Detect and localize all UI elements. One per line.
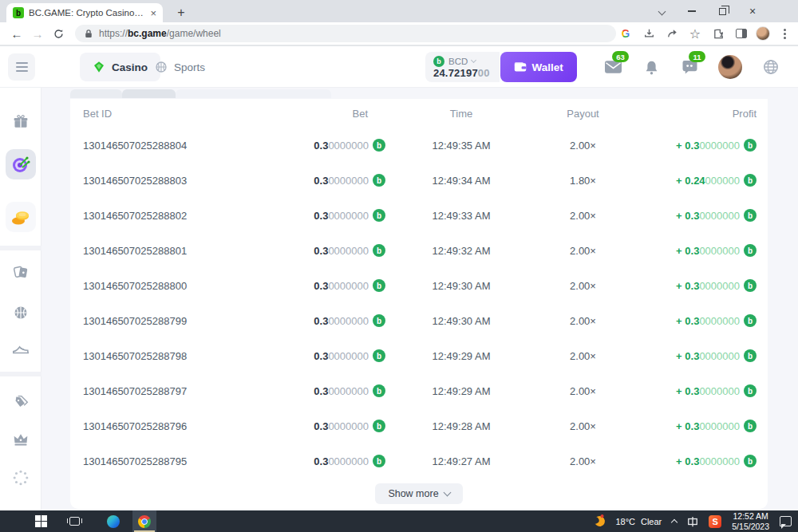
tray-expand-icon[interactable] — [671, 519, 678, 526]
sneaker-icon — [12, 341, 30, 356]
history-tab[interactable] — [122, 89, 176, 98]
site-header: Casino Sports b BCD 24.7219700 Wallet — [0, 46, 798, 88]
browser-tabstrip: b BC.GAME: Crypto Casino Games × + × — [0, 0, 798, 22]
bet-payout-cell: 2.00× — [537, 350, 629, 362]
wallet-button[interactable]: Wallet — [500, 52, 577, 82]
weather-condition[interactable]: Clear — [641, 517, 662, 526]
bcd-coin-icon: b — [373, 209, 385, 222]
balance-selector[interactable]: b BCD 24.7219700 — [425, 52, 500, 82]
browser-tab[interactable]: b BC.GAME: Crypto Casino Games × — [6, 3, 163, 22]
bcd-coin-icon: b — [744, 174, 757, 187]
wallet-label: Wallet — [532, 61, 563, 73]
table-row: 1301465070252887970.30000000b12:49:29 AM… — [70, 373, 768, 408]
sidebar-item-rewards[interactable] — [6, 202, 36, 232]
show-more-button[interactable]: Show more — [375, 483, 463, 504]
user-avatar[interactable] — [718, 55, 742, 79]
minimize-icon — [688, 10, 696, 12]
url-text: https://bc.game/game/wheel — [99, 28, 221, 39]
bet-id-cell[interactable]: 130146507025288799 — [70, 315, 310, 327]
browser-toolbar: ← → https://bc.game/game/wheel G ☆ — [0, 22, 798, 45]
back-button[interactable]: ← — [6, 23, 27, 44]
chat-button[interactable]: 11 — [680, 57, 699, 77]
address-bar[interactable]: https://bc.game/game/wheel — [75, 25, 616, 42]
history-tab[interactable] — [70, 89, 122, 98]
sidebar-divider — [0, 372, 41, 376]
sogou-input-icon[interactable]: S — [709, 515, 721, 528]
sidebar-item-vip[interactable] — [6, 424, 36, 455]
forward-button[interactable]: → — [27, 23, 48, 44]
bet-id-cell[interactable]: 130146507025288795 — [70, 455, 310, 467]
bet-id-cell[interactable]: 130146507025288801 — [70, 245, 310, 257]
bet-id-cell[interactable]: 130146507025288803 — [70, 175, 310, 187]
notifications-button[interactable] — [642, 57, 661, 77]
bet-id-cell[interactable]: 130146507025288802 — [70, 210, 310, 222]
reload-button[interactable] — [48, 23, 69, 44]
bet-amount-cell: 0.30000000b — [310, 209, 385, 222]
language-button[interactable] — [761, 57, 780, 77]
menu-hamburger-button[interactable] — [8, 53, 35, 81]
messages-button[interactable]: 63 — [603, 57, 622, 77]
bet-payout-cell: 2.00× — [537, 385, 629, 397]
edge-taskbar-button[interactable] — [102, 510, 124, 532]
bet-amount-cell: 0.30000000b — [310, 244, 385, 257]
share-icon[interactable] — [663, 25, 681, 42]
ime-indicator-icon[interactable] — [687, 516, 698, 527]
sidebar-item-bonus[interactable] — [6, 107, 36, 137]
window-minimize-button[interactable] — [677, 0, 707, 22]
browser-menu-icon[interactable] — [776, 25, 793, 42]
chat-badge: 11 — [689, 51, 705, 62]
bcd-coin-icon: b — [433, 56, 444, 67]
bet-profit-cell: + 0.30000000b — [629, 209, 768, 222]
window-close-button[interactable]: × — [737, 0, 768, 22]
bet-id-cell[interactable]: 130146507025288804 — [70, 140, 310, 152]
tab-search-icon[interactable] — [646, 0, 677, 22]
bet-id-cell[interactable]: 130146507025288797 — [70, 385, 310, 397]
table-header: Bet ID Bet Time Payout Profit — [70, 99, 768, 128]
bcd-coin-icon: b — [373, 455, 385, 467]
bet-profit-cell: + 0.30000000b — [629, 349, 768, 362]
sidebar-item-casino-games[interactable] — [6, 257, 36, 287]
bcd-coin-icon: b — [373, 174, 385, 187]
bet-amount-cell: 0.30000000b — [310, 314, 385, 327]
nav-casino-button[interactable]: Casino — [80, 53, 160, 81]
sidebar-item-sports[interactable] — [6, 298, 36, 328]
dotted-circle-icon — [12, 469, 30, 487]
bet-payout-cell: 2.00× — [537, 455, 629, 467]
bcd-coin-icon: b — [744, 384, 757, 397]
weather-temp[interactable]: 18°C — [615, 517, 635, 526]
bet-time-cell: 12:49:34 AM — [385, 175, 537, 187]
history-tab[interactable] — [176, 89, 331, 98]
bet-id-cell[interactable]: 130146507025288796 — [70, 420, 310, 432]
sidebar-item-racing[interactable] — [6, 333, 36, 364]
bet-id-cell[interactable]: 130146507025288798 — [70, 350, 310, 362]
sidebar-item-more[interactable] — [6, 463, 36, 493]
bet-amount-cell: 0.30000000b — [310, 349, 385, 362]
extensions-icon[interactable] — [709, 25, 727, 42]
new-tab-button[interactable]: + — [172, 4, 190, 22]
google-icon[interactable]: G — [617, 25, 634, 42]
currency-label: BCD — [448, 57, 468, 66]
sidebar-item-promotions[interactable] — [6, 388, 36, 418]
bell-icon — [645, 60, 658, 75]
nav-sports-button[interactable]: Sports — [155, 53, 205, 81]
start-button[interactable] — [30, 510, 51, 532]
chrome-taskbar-button[interactable] — [132, 510, 156, 532]
taskbar-clock[interactable]: 12:52 AM5/15/2023 — [732, 511, 769, 530]
bets-table-body: 1301465070252888040.30000000b12:49:35 AM… — [70, 128, 768, 479]
sidebar-item-wheel-active[interactable] — [6, 149, 36, 179]
tab-close-icon[interactable]: × — [150, 8, 156, 18]
install-icon[interactable] — [640, 25, 658, 42]
bookmark-star-icon[interactable]: ☆ — [686, 25, 704, 42]
window-restore-button[interactable] — [707, 0, 737, 22]
bcd-coin-icon: b — [744, 314, 757, 327]
table-row: 1301465070252888020.30000000b12:49:33 AM… — [70, 198, 768, 233]
bet-id-cell[interactable]: 130146507025288800 — [70, 280, 310, 292]
panel-glyph — [736, 29, 747, 38]
action-center-icon[interactable] — [780, 516, 792, 526]
browser-profile-avatar[interactable] — [756, 26, 770, 41]
tab-title: BC.GAME: Crypto Casino Games — [29, 8, 145, 18]
side-panel-icon[interactable] — [733, 25, 750, 42]
task-view-button[interactable] — [64, 510, 85, 532]
wheel-target-icon — [11, 155, 30, 174]
casino-label: Casino — [112, 61, 148, 73]
